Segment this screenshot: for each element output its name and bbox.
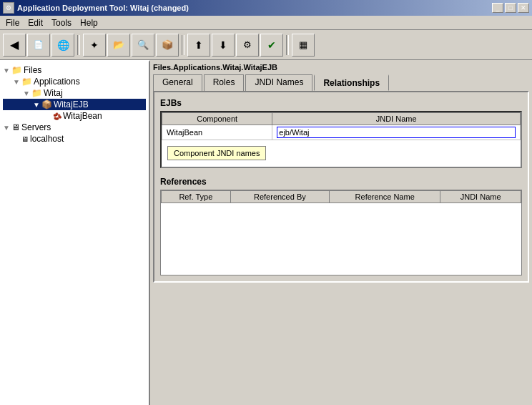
expand-witaj-icon: ▼ [23, 89, 30, 97]
sidebar-item-witaj-label: Witaj [44, 88, 63, 98]
refs-col-reference-name: Reference Name [330, 191, 440, 203]
toolbar-check-button[interactable]: ✔ [260, 34, 283, 57]
sidebar-item-files-label: Files [24, 65, 41, 75]
refs-col-referenced-by: Referenced By [230, 191, 329, 203]
toolbar-new-button[interactable]: ✦ [83, 34, 106, 57]
sidebar-item-localhost-label: localhost [30, 134, 64, 144]
ejbs-title: EJBs [160, 98, 522, 108]
toolbar-open-button[interactable]: 📂 [107, 34, 130, 57]
toolbar: ◀ 📄 🌐 ✦ 📂 🔍 📦 ⬆ ⬇ ⚙ ✔ ▦ [0, 30, 532, 60]
jndi-tooltip: Component JNDI names [167, 146, 266, 160]
table-row[interactable]: WitajBean [162, 125, 521, 140]
folder-icon: 📁 [11, 65, 22, 75]
window-title: Application Deployment Tool: Witaj (chan… [17, 4, 189, 12]
toolbar-upload-button[interactable]: ⬆ [187, 34, 210, 57]
refs-empty-row [162, 203, 521, 275]
toolbar-download-button[interactable]: ⬇ [212, 34, 235, 57]
ejbs-cell-component: WitajBean [162, 125, 272, 140]
toolbar-search-button[interactable]: 🔍 [132, 34, 154, 57]
sidebar-item-witajbean[interactable]: 🫘 WitajBean [3, 110, 146, 122]
tab-relationships[interactable]: Relationships [314, 74, 389, 91]
content-area: Files.Applications.Witaj.WitajEJB Genera… [150, 60, 532, 405]
menu-edit[interactable]: Edit [24, 16, 47, 29]
toolbar-open-file-button[interactable]: 📄 [27, 34, 50, 57]
ejbs-col-component: Component [162, 113, 272, 125]
app-icon: ⚙ [3, 2, 14, 14]
sidebar-item-witaj[interactable]: ▼ 📁 Witaj [3, 87, 146, 99]
sidebar-item-applications[interactable]: ▼ 📁 Applications [3, 76, 146, 87]
tab-content: EJBs Component JNDI Name WitajBean [153, 91, 529, 283]
ejbs-col-jndi: JNDI Name [272, 113, 521, 125]
jndi-name-input[interactable] [277, 127, 516, 138]
main-layout: ▼ 📁 Files ▼ 📁 Applications ▼ 📁 Witaj ▼ 📦… [0, 60, 532, 405]
toolbar-grid-button[interactable]: ▦ [292, 34, 315, 57]
tab-jndi-names[interactable]: JNDI Names [245, 74, 312, 91]
expand-witajejb-icon: ▼ [33, 101, 40, 109]
maximize-button[interactable]: □ [505, 3, 516, 13]
witaj-folder-icon: 📁 [31, 88, 42, 98]
breadcrumb: Files.Applications.Witaj.WitajEJB [153, 63, 529, 72]
refs-col-ref-type: Ref. Type [162, 191, 231, 203]
window-controls[interactable]: _ □ ✕ [492, 3, 529, 13]
toolbar-globe-button[interactable]: 🌐 [51, 34, 74, 57]
ejbs-cell-jndi[interactable] [272, 125, 521, 140]
refs-table-container: Ref. Type Referenced By Reference Name J… [160, 190, 522, 275]
toolbar-deploy-button[interactable]: 📦 [156, 34, 179, 57]
servers-icon: 🖥 [11, 122, 20, 132]
menu-tools[interactable]: Tools [47, 16, 76, 29]
toolbar-separator-2 [182, 35, 184, 55]
sidebar-item-servers-label: Servers [21, 122, 51, 132]
minimize-button[interactable]: _ [492, 3, 503, 13]
toolbar-settings-button[interactable]: ⚙ [236, 34, 259, 57]
applications-folder-icon: 📁 [21, 77, 32, 87]
toolbar-back-button[interactable]: ◀ [3, 34, 26, 57]
menu-bar: File Edit Tools Help [0, 16, 532, 30]
menu-help[interactable]: Help [76, 16, 102, 29]
refs-empty-cell [162, 203, 521, 275]
witajejb-icon: 📦 [41, 99, 52, 109]
references-section: References Ref. Type Referenced By Refer… [160, 177, 522, 275]
sidebar-item-localhost[interactable]: 🖥 localhost [3, 133, 146, 145]
tab-bar: General Roles JNDI Names Relationships [153, 74, 529, 91]
sidebar-item-files[interactable]: ▼ 📁 Files [3, 64, 146, 76]
title-bar: ⚙ Application Deployment Tool: Witaj (ch… [0, 0, 532, 16]
sidebar-item-witajejb[interactable]: ▼ 📦 WitajEJB [3, 99, 146, 110]
ejbs-section: EJBs Component JNDI Name WitajBean [160, 98, 522, 168]
localhost-expand-icon [13, 135, 20, 143]
sidebar-item-witajbean-label: WitajBean [63, 111, 102, 121]
witajbean-expand-icon [44, 112, 51, 120]
sidebar-item-witajejb-label: WitajEJB [54, 99, 89, 109]
refs-table: Ref. Type Referenced By Reference Name J… [161, 190, 521, 275]
references-title: References [160, 177, 522, 187]
tab-roles[interactable]: Roles [204, 74, 245, 91]
sidebar-item-servers[interactable]: ▼ 🖥 Servers [3, 122, 146, 133]
expand-servers-icon: ▼ [3, 124, 10, 132]
close-button[interactable]: ✕ [518, 3, 529, 13]
sidebar: ▼ 📁 Files ▼ 📁 Applications ▼ 📁 Witaj ▼ 📦… [0, 60, 150, 405]
expand-applications-icon: ▼ [13, 78, 20, 86]
sidebar-item-applications-label: Applications [34, 77, 80, 87]
expand-files-icon: ▼ [3, 67, 10, 74]
localhost-icon: 🖥 [21, 135, 29, 143]
witajbean-icon: 🫘 [53, 112, 61, 120]
menu-file[interactable]: File [1, 16, 24, 29]
tab-general[interactable]: General [153, 74, 202, 91]
ejbs-table-container: Component JNDI Name WitajBean [160, 111, 522, 168]
toolbar-separator-3 [286, 35, 289, 55]
toolbar-separator-1 [77, 35, 80, 55]
ejbs-table: Component JNDI Name WitajBean [162, 112, 521, 140]
refs-col-jndi-name: JNDI Name [440, 191, 521, 203]
